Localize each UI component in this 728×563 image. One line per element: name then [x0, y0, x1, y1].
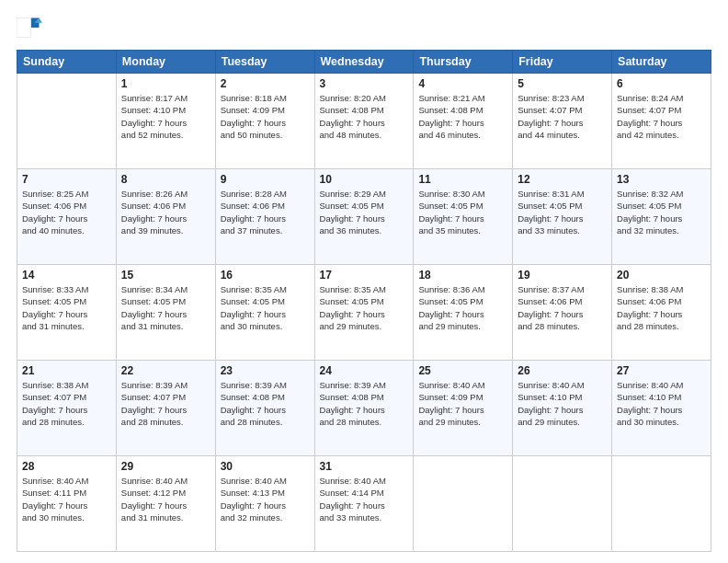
table-row: 15Sunrise: 8:34 AMSunset: 4:05 PMDayligh…: [116, 265, 215, 361]
day-number: 16: [221, 269, 310, 282]
table-row: 6Sunrise: 8:24 AMSunset: 4:07 PMDaylight…: [612, 74, 711, 169]
table-row: 7Sunrise: 8:25 AMSunset: 4:06 PMDaylight…: [17, 169, 117, 265]
day-info: Sunrise: 8:32 AMSunset: 4:05 PMDaylight:…: [617, 188, 706, 236]
day-info: Sunrise: 8:33 AMSunset: 4:05 PMDaylight:…: [22, 283, 111, 332]
day-info: Sunrise: 8:17 AMSunset: 4:10 PMDaylight:…: [121, 92, 210, 141]
day-number: 13: [617, 173, 706, 186]
day-number: 9: [221, 173, 310, 186]
page: Sunday Monday Tuesday Wednesday Thursday…: [0, 0, 728, 563]
svg-rect-3: [17, 18, 31, 38]
day-info: Sunrise: 8:23 AMSunset: 4:07 PMDaylight:…: [518, 92, 607, 141]
table-row: 14Sunrise: 8:33 AMSunset: 4:05 PMDayligh…: [17, 265, 117, 361]
day-info: Sunrise: 8:40 AMSunset: 4:10 PMDaylight:…: [518, 379, 607, 428]
day-number: 17: [320, 269, 409, 282]
day-info: Sunrise: 8:38 AMSunset: 4:07 PMDaylight:…: [22, 379, 111, 428]
day-info: Sunrise: 8:21 AMSunset: 4:08 PMDaylight:…: [418, 92, 507, 141]
day-number: 3: [320, 77, 409, 90]
table-row: 24Sunrise: 8:39 AMSunset: 4:08 PMDayligh…: [314, 361, 414, 456]
table-row: 20Sunrise: 8:38 AMSunset: 4:06 PMDayligh…: [612, 265, 711, 361]
col-tuesday: Tuesday: [215, 51, 314, 74]
table-row: 16Sunrise: 8:35 AMSunset: 4:05 PMDayligh…: [215, 265, 314, 361]
table-row: 17Sunrise: 8:35 AMSunset: 4:05 PMDayligh…: [314, 265, 414, 361]
table-row: 2Sunrise: 8:18 AMSunset: 4:09 PMDaylight…: [215, 74, 314, 169]
table-row: 18Sunrise: 8:36 AMSunset: 4:05 PMDayligh…: [414, 265, 513, 361]
table-row: 30Sunrise: 8:40 AMSunset: 4:13 PMDayligh…: [215, 456, 314, 552]
day-info: Sunrise: 8:40 AMSunset: 4:09 PMDaylight:…: [418, 379, 507, 428]
col-friday: Friday: [513, 51, 612, 74]
day-info: Sunrise: 8:20 AMSunset: 4:08 PMDaylight:…: [320, 92, 409, 141]
day-info: Sunrise: 8:25 AMSunset: 4:06 PMDaylight:…: [22, 188, 111, 236]
day-number: 27: [617, 364, 706, 377]
header: [17, 15, 711, 40]
calendar-week-5: 28Sunrise: 8:40 AMSunset: 4:11 PMDayligh…: [17, 456, 711, 552]
day-number: 29: [121, 460, 210, 473]
col-wednesday: Wednesday: [314, 51, 414, 74]
day-number: 14: [22, 269, 111, 282]
day-number: 2: [221, 77, 310, 90]
col-thursday: Thursday: [414, 51, 513, 74]
day-info: Sunrise: 8:24 AMSunset: 4:07 PMDaylight:…: [617, 92, 706, 141]
day-number: 22: [121, 364, 210, 377]
table-row: 11Sunrise: 8:30 AMSunset: 4:05 PMDayligh…: [414, 169, 513, 265]
day-info: Sunrise: 8:31 AMSunset: 4:05 PMDaylight:…: [518, 188, 607, 236]
table-row: 12Sunrise: 8:31 AMSunset: 4:05 PMDayligh…: [513, 169, 612, 265]
day-number: 6: [617, 77, 706, 90]
table-row: 5Sunrise: 8:23 AMSunset: 4:07 PMDaylight…: [513, 74, 612, 169]
table-row: [513, 456, 612, 552]
day-number: 23: [221, 364, 310, 377]
day-info: Sunrise: 8:40 AMSunset: 4:14 PMDaylight:…: [320, 475, 409, 523]
day-number: 30: [221, 460, 310, 473]
day-number: 28: [22, 460, 111, 473]
day-info: Sunrise: 8:39 AMSunset: 4:08 PMDaylight:…: [320, 379, 409, 428]
col-monday: Monday: [116, 51, 215, 74]
table-row: 8Sunrise: 8:26 AMSunset: 4:06 PMDaylight…: [116, 169, 215, 265]
day-number: 21: [22, 364, 111, 377]
calendar-week-3: 14Sunrise: 8:33 AMSunset: 4:05 PMDayligh…: [17, 265, 711, 361]
calendar-week-2: 7Sunrise: 8:25 AMSunset: 4:06 PMDaylight…: [17, 169, 711, 265]
table-row: 1Sunrise: 8:17 AMSunset: 4:10 PMDaylight…: [116, 74, 215, 169]
day-info: Sunrise: 8:18 AMSunset: 4:09 PMDaylight:…: [221, 92, 310, 141]
day-number: 25: [418, 364, 507, 377]
calendar-week-4: 21Sunrise: 8:38 AMSunset: 4:07 PMDayligh…: [17, 361, 711, 456]
logo: [17, 15, 46, 40]
day-info: Sunrise: 8:28 AMSunset: 4:06 PMDaylight:…: [221, 188, 310, 236]
day-number: 7: [22, 173, 111, 186]
table-row: 23Sunrise: 8:39 AMSunset: 4:08 PMDayligh…: [215, 361, 314, 456]
day-info: Sunrise: 8:40 AMSunset: 4:10 PMDaylight:…: [617, 379, 706, 428]
day-number: 26: [518, 364, 607, 377]
day-info: Sunrise: 8:40 AMSunset: 4:11 PMDaylight:…: [22, 475, 111, 523]
day-number: 20: [617, 269, 706, 282]
day-number: 31: [320, 460, 409, 473]
day-number: 24: [320, 364, 409, 377]
logo-icon: [17, 15, 42, 40]
day-info: Sunrise: 8:29 AMSunset: 4:05 PMDaylight:…: [320, 188, 409, 236]
table-row: 10Sunrise: 8:29 AMSunset: 4:05 PMDayligh…: [314, 169, 414, 265]
table-row: 19Sunrise: 8:37 AMSunset: 4:06 PMDayligh…: [513, 265, 612, 361]
day-info: Sunrise: 8:39 AMSunset: 4:08 PMDaylight:…: [221, 379, 310, 428]
table-row: [17, 74, 117, 169]
col-sunday: Sunday: [17, 51, 117, 74]
calendar-week-1: 1Sunrise: 8:17 AMSunset: 4:10 PMDaylight…: [17, 74, 711, 169]
day-info: Sunrise: 8:39 AMSunset: 4:07 PMDaylight:…: [121, 379, 210, 428]
day-number: 1: [121, 77, 210, 90]
table-row: 28Sunrise: 8:40 AMSunset: 4:11 PMDayligh…: [17, 456, 117, 552]
table-row: 9Sunrise: 8:28 AMSunset: 4:06 PMDaylight…: [215, 169, 314, 265]
day-info: Sunrise: 8:38 AMSunset: 4:06 PMDaylight:…: [617, 283, 706, 332]
day-info: Sunrise: 8:35 AMSunset: 4:05 PMDaylight:…: [221, 283, 310, 332]
calendar-header-row: Sunday Monday Tuesday Wednesday Thursday…: [17, 51, 711, 74]
day-info: Sunrise: 8:26 AMSunset: 4:06 PMDaylight:…: [121, 188, 210, 236]
table-row: 22Sunrise: 8:39 AMSunset: 4:07 PMDayligh…: [116, 361, 215, 456]
day-info: Sunrise: 8:40 AMSunset: 4:13 PMDaylight:…: [221, 475, 310, 523]
day-info: Sunrise: 8:30 AMSunset: 4:05 PMDaylight:…: [418, 188, 507, 236]
day-number: 12: [518, 173, 607, 186]
table-row: 3Sunrise: 8:20 AMSunset: 4:08 PMDaylight…: [314, 74, 414, 169]
day-info: Sunrise: 8:36 AMSunset: 4:05 PMDaylight:…: [418, 283, 507, 332]
day-number: 18: [418, 269, 507, 282]
day-number: 8: [121, 173, 210, 186]
day-number: 10: [320, 173, 409, 186]
day-info: Sunrise: 8:40 AMSunset: 4:12 PMDaylight:…: [121, 475, 210, 523]
day-number: 19: [518, 269, 607, 282]
day-number: 11: [418, 173, 507, 186]
table-row: [414, 456, 513, 552]
table-row: 26Sunrise: 8:40 AMSunset: 4:10 PMDayligh…: [513, 361, 612, 456]
